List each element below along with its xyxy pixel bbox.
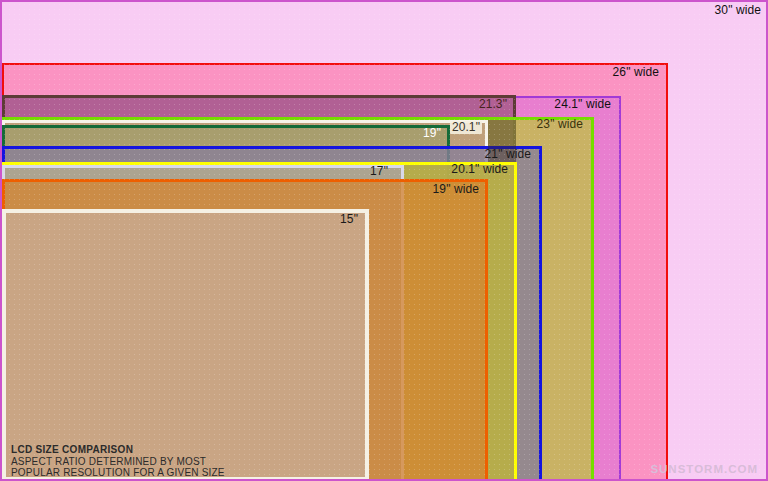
caption-title: LCD SIZE COMPARISON: [11, 444, 225, 456]
size-label-21-wide: 21" wide: [485, 148, 531, 161]
size-label-26-wide: 26" wide: [613, 66, 659, 79]
size-label-24-1-wide: 24.1" wide: [554, 98, 611, 111]
size-label-20-1-wide: 20.1" wide: [451, 163, 508, 176]
lcd-size-comparison-chart: 30" wide26" wide24.1" wide21.3"23" wide2…: [0, 0, 768, 481]
sunstorm-watermark: SUNSTORM.COM: [650, 463, 758, 475]
caption-block: LCD SIZE COMPARISON ASPECT RATIO DETERMI…: [11, 444, 225, 479]
size-label-19: 19": [423, 127, 441, 140]
size-label-21-3: 21.3": [479, 98, 507, 111]
size-rect-15: [2, 209, 369, 481]
caption-line-3: POPULAR RESOLUTION FOR A GIVEN SIZE: [11, 467, 225, 479]
size-label-23-wide: 23" wide: [537, 118, 583, 131]
size-label-15: 15": [340, 213, 358, 226]
caption-line-2: ASPECT RATIO DETERMINED BY MOST: [11, 456, 225, 468]
size-label-20-1: 20.1": [450, 121, 482, 134]
size-label-19-wide: 19" wide: [433, 183, 479, 196]
size-label-30-wide: 30" wide: [715, 4, 761, 17]
size-label-17: 17": [370, 165, 388, 178]
